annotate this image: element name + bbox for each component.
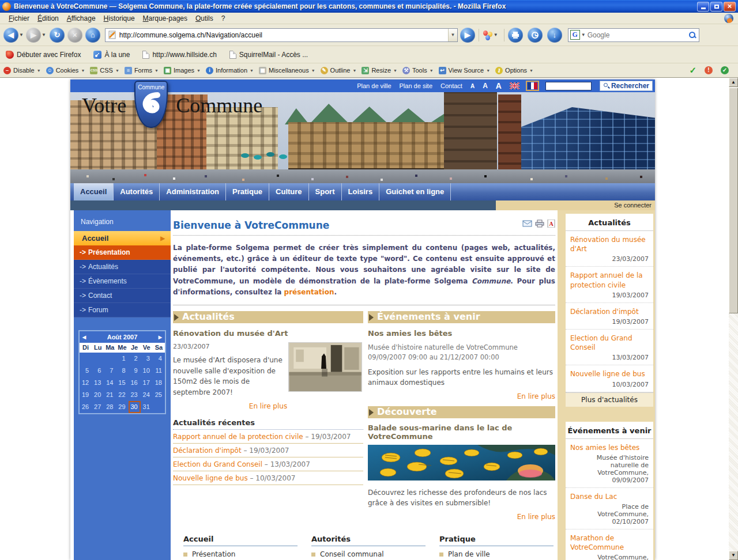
calendar-day[interactable]: 7 [104,365,116,377]
link-contact[interactable]: Contact [440,82,462,89]
sidebar-event-link[interactable]: Danse du Lac [570,492,649,501]
calendar-day[interactable]: 31 [141,401,153,413]
recent-news-link[interactable]: Election du Grand Conseil [173,460,262,468]
addons-menu-icon[interactable] [483,29,493,41]
footer-link[interactable]: Présentation [183,546,298,560]
dev-disable[interactable]: –Disable▼ [3,67,41,74]
link-plan-de-ville[interactable]: Plan de ville [357,82,391,89]
dev-css[interactable]: CSSCSS▼ [90,67,119,74]
dev-tools[interactable]: ⚒Tools▼ [402,67,434,74]
calendar-day[interactable]: 24 [141,389,153,401]
calendar-day[interactable]: 22 [116,389,128,401]
font-size-small-button[interactable]: A [470,83,475,89]
font-size-medium-button[interactable]: A [483,82,488,90]
calendar-day[interactable]: 15 [116,377,128,389]
menu-outils[interactable]: Outils [191,13,217,24]
more-news-link[interactable]: Plus d'actualités [566,392,653,407]
sidebar-news-link[interactable]: Election du Grand Conseil [570,334,649,352]
go-button[interactable]: ▶ [460,28,475,43]
bookmark-a-la-une[interactable]: À la une [93,51,130,59]
tab-administration[interactable]: Administration [160,183,226,200]
dev-information[interactable]: iInformation▼ [206,67,254,74]
valid-markup-icon[interactable]: ✓ [689,65,696,75]
url-dropdown-icon[interactable]: ▼ [448,29,457,41]
calendar-day[interactable]: 4 [153,353,165,365]
calendar-day[interactable]: 2 [129,353,141,365]
sidebar-item-evenements[interactable]: ->Évènements [74,274,171,289]
menu-help[interactable]: ? [217,13,229,24]
news-article-title[interactable]: Rénovation du musée d'Art [173,329,363,338]
sidebar-item-contact[interactable]: ->Contact [74,289,171,303]
calendar-day[interactable]: 13 [92,377,104,389]
sidebar-item-forum[interactable]: ->Forum [74,303,171,317]
calendar-day[interactable]: 12 [80,377,92,389]
calendar-day[interactable]: 14 [104,377,116,389]
menu-historique[interactable]: Historique [100,13,139,24]
bookmark-debuter-firefox[interactable]: Débuter avec Firefox [6,51,81,59]
calendar-day[interactable]: 6 [92,365,104,377]
restore-button[interactable] [710,2,722,12]
email-page-icon[interactable] [522,220,532,228]
presentation-link[interactable]: présentation [284,288,334,296]
english-flag-icon[interactable] [510,82,519,89]
sidebar-event-link[interactable]: Marathon de VotreCommune [570,533,649,552]
calendar-day[interactable]: 19 [80,389,92,401]
pdf-page-icon[interactable]: A [547,220,555,228]
menu-marque-pages[interactable]: Marque-pages [139,13,191,24]
event-title[interactable]: Nos amies les bêtes [368,329,555,338]
engine-dropdown-icon[interactable]: ▼ [581,32,586,37]
calendar-day[interactable]: 1 [116,353,128,365]
js-error-icon[interactable]: ! [705,66,713,74]
dev-resize[interactable]: ⇲Resize▼ [362,67,397,74]
footer-link[interactable]: Conseil communal [311,546,426,560]
calendar-day[interactable]: 26 [80,401,92,413]
menu-fichier[interactable]: Fichier [5,13,33,24]
close-button[interactable]: × [724,2,736,12]
footer-col-autorites[interactable]: Autorités [311,535,426,546]
search-magnifier-icon[interactable] [688,31,697,40]
sidebar-event-link[interactable]: Nos amies les bêtes [570,443,649,452]
sidebar-news-link[interactable]: Rapport annuel de la protection civile [570,271,649,289]
calendar-day[interactable]: 20 [92,389,104,401]
back-dropdown-icon[interactable]: ▼ [19,32,24,37]
history-button[interactable] [528,28,543,43]
tab-sport[interactable]: Sport [309,183,342,200]
calendar-day[interactable]: 18 [153,377,165,389]
sidebar-news-link[interactable]: Nouvelle ligne de bus [570,369,649,379]
calendar-day[interactable]: 5 [80,365,92,377]
sidebar-item-actualites[interactable]: ->Actualités [74,260,171,274]
calendar-next-icon[interactable]: ▶ [159,335,162,340]
google-engine-icon[interactable]: G [570,30,580,40]
footer-col-accueil[interactable]: Accueil [183,535,298,546]
calendar-day[interactable]: 25 [153,389,165,401]
bookmark-squirrelmail[interactable]: SquirrelMail - Accès ... [229,51,308,59]
stop-button[interactable]: × [67,28,82,43]
dev-cookies[interactable]: ☺Cookies▼ [46,67,85,74]
calendar-day[interactable]: 23 [129,389,141,401]
calendar-day[interactable]: 11 [153,365,165,377]
tab-accueil[interactable]: Accueil [74,183,114,200]
scroll-down-icon[interactable]: ▼ [729,551,738,560]
tab-guichet-en-ligne[interactable]: Guichet en ligne [379,183,451,200]
minimize-button[interactable] [697,2,709,12]
dev-options[interactable]: ⚷Options▼ [495,67,533,74]
news-read-more-link[interactable]: En lire plus [249,402,287,410]
recent-news-link[interactable]: Nouvelle ligne de bus [173,474,248,482]
link-plan-de-site[interactable]: Plan de site [400,82,432,89]
discover-read-more-link[interactable]: En lire plus [517,513,555,521]
discover-title[interactable]: Balade sous-marine dans le lac de VotreC… [368,423,555,441]
calendar-day[interactable]: 21 [104,389,116,401]
web-search-input[interactable] [588,31,688,39]
dev-miscellaneous[interactable]: ▦Miscellaneous▼ [259,67,315,74]
calendar-day[interactable]: 10 [141,365,153,377]
reload-button[interactable]: ↻ [50,28,65,43]
tab-pratique[interactable]: Pratique [226,183,269,200]
french-flag-icon[interactable] [528,82,537,89]
dev-forms[interactable]: ≡Forms▼ [125,67,159,74]
scroll-up-icon[interactable]: ▲ [729,78,738,87]
tab-loisirs[interactable]: Loisirs [342,183,380,200]
vertical-scrollbar[interactable]: ▲ ▼ [729,78,738,560]
calendar-day[interactable]: 27 [92,401,104,413]
menu-edition[interactable]: Édition [33,13,63,24]
url-input[interactable] [119,31,448,39]
